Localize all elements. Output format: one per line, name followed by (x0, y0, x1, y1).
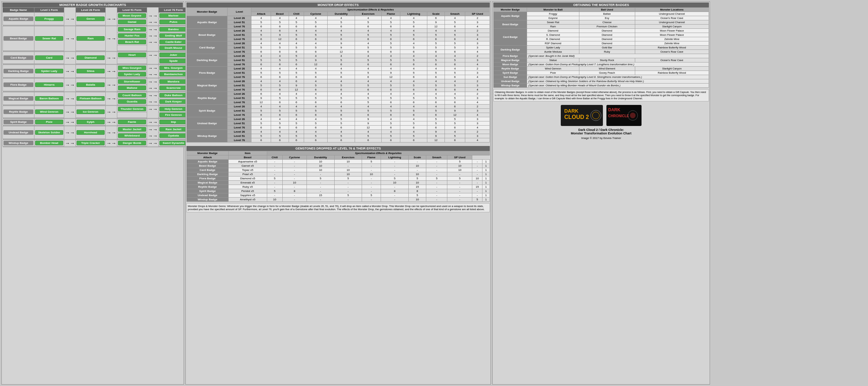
arrow-1: →→ (64, 126, 76, 139)
drop-value-cell: 4 (465, 25, 490, 29)
gem-value-cell: 10 (362, 172, 381, 177)
drop-value-cell: 6 (271, 100, 289, 105)
flowchart-table: Badge Name Level 1 Form Level 26 Form Le… (2, 7, 189, 147)
arrow-3: →→ (147, 85, 159, 91)
gem-value-cell: 5 (408, 177, 426, 181)
drop-value-cell: 6 (445, 126, 465, 130)
drop-value-cell: 4 (304, 29, 327, 33)
drop-value-cell: 3 (465, 41, 490, 46)
drop-value-cell: 5 (289, 96, 304, 100)
gem-value-cell: 5 (426, 177, 447, 181)
gem-badge-cell: Magical Badge (187, 181, 229, 185)
gem-value-cell: 5 (335, 193, 362, 198)
drop-value-cell: 3 (465, 84, 490, 88)
badge-name-cell: Windup Badge (3, 140, 34, 146)
arrow-2: →→ (106, 92, 117, 105)
badge-name-cell: Spirit Badge (3, 119, 34, 125)
gem-value-cell: 5 (335, 177, 362, 181)
arrow-2: →→ (106, 52, 117, 64)
gem-value-cell: - (335, 181, 362, 185)
gem-value-cell: - (267, 185, 282, 189)
drop-value-cell: 4 (465, 50, 490, 54)
drop-value-cell: 5 (427, 84, 445, 88)
level1-cell: Wind Gemron (34, 106, 64, 118)
drop-value-cell: 6 (400, 100, 427, 105)
drop-value-cell: 6 (445, 50, 465, 54)
drop-value-cell: 5 (328, 96, 355, 100)
drop-value-cell: 4 (251, 79, 271, 84)
drop-value-cell: 6 (328, 75, 355, 79)
gem-col-attack: Attack (187, 155, 229, 160)
drop-value-cell: 6 (355, 75, 382, 79)
drop-value-cell: 5 (271, 71, 289, 75)
drop-level-cell: Level 51 (228, 96, 251, 100)
ob-entry-cell: Diamond (579, 29, 635, 33)
drop-value-cell: 4 (355, 92, 382, 96)
drop-value-cell: 3 (465, 117, 490, 121)
drop-value-cell: 4 (251, 117, 271, 121)
drop-value-cell: 6 (382, 126, 400, 130)
arrow-2: →→ (106, 79, 117, 91)
ob-entry-row: Darkling BadgeSpider LadyGold BarRainbow… (494, 46, 709, 50)
drop-value-cell: 5 (271, 20, 289, 25)
gem-value-cell: 5 (408, 193, 426, 198)
drop-row: Undead BadgeLevel 2644445944553 (187, 117, 490, 121)
gem-row: Flora BadgeDiamond x55-55-5555101 (187, 177, 490, 181)
dark-chronicle-logo: DARK CHRONICLE (606, 105, 642, 126)
drop-value-cell: 9 (251, 96, 271, 100)
drop-row: Level 5159555555553 (187, 33, 490, 37)
drop-row: Aquatic BadgeLevel 2644444444642 (187, 16, 490, 20)
drop-value-cell: 6 (445, 138, 465, 142)
col-l76: Level 76 Form (159, 8, 189, 13)
gem-value-cell: - (307, 185, 334, 189)
level1-cell: Froggy (34, 13, 64, 25)
drop-value-cell: 5 (355, 109, 382, 113)
gem-value-cell: Topaz x5 (228, 168, 267, 172)
drop-value-cell: 6 (427, 62, 445, 67)
svg-text:DARK: DARK (564, 108, 578, 114)
level26-cell: Ice Gemron (76, 106, 106, 118)
obtaining-table: Monster Badge Monster to Bait Bait Used … (493, 7, 709, 88)
drop-value-cell: 9 (427, 20, 445, 25)
col-chill: Chill (289, 12, 304, 16)
gem-value-cell: Garnet x5 (228, 164, 267, 168)
drop-value-cell: 6 (304, 113, 327, 117)
drop-row: Card BadgeLevel 2644449454553 (187, 41, 490, 46)
ob-entry-cell: Gooey Peach (579, 71, 635, 75)
gem-value-cell: Aquamarine x5 (228, 160, 267, 164)
gem-value-cell: - (381, 172, 409, 177)
gem-badge-cell: Flora Badge (187, 177, 229, 181)
gem-value-cell: - (381, 193, 409, 198)
drop-value-cell: 6 (289, 79, 304, 84)
arrow-2: →→ (106, 26, 117, 51)
gem-value-cell: - (426, 185, 447, 189)
ob-entry-row: Beast BadgeSewer RatCheeseUnderground Ch… (494, 20, 709, 25)
gem-row: Windup BadgeAmethyst x510-----10--51 (187, 198, 490, 202)
drop-value-cell: 5 (251, 121, 271, 126)
ob-entry-cell: Diamond (579, 41, 635, 46)
drop-value-cell: 5 (328, 71, 355, 75)
drop-value-cell: 4 (400, 130, 427, 134)
ob-row: Undead Badge(Special case: Obtained by k… (494, 79, 709, 84)
level26-cell: Ram (76, 26, 106, 51)
ob-badge-cell: Spirit Badge (494, 71, 527, 75)
drop-value-cell: 4 (445, 79, 465, 84)
drop-value-cell: 6 (304, 50, 327, 54)
ob-row: Flora Badge(Special case: Bought in the … (494, 54, 709, 58)
drop-value-cell: 5 (445, 46, 465, 50)
ob-entry-cell: Moon Flower Palace (635, 33, 709, 37)
drop-value-cell: 6 (427, 100, 445, 105)
drop-value-cell: 4 (289, 16, 304, 20)
ob-entry-cell: Evy (579, 16, 635, 20)
drop-value-cell: 4 (382, 16, 400, 20)
drop-value-cell: 3 (465, 96, 490, 100)
drop-value-cell: 4 (355, 16, 382, 20)
gem-value-cell: 1 (482, 193, 490, 198)
col-exorcism: Exorcism (355, 12, 382, 16)
drop-value-cell: 6 (427, 126, 445, 130)
drop-value-cell: 4 (271, 16, 289, 20)
drop-level-cell: Level 26 (228, 16, 251, 20)
drop-badge-cell: Windup Badge (187, 130, 228, 142)
drop-value-cell: 5 (382, 134, 400, 138)
arrow-3: →→ (147, 140, 159, 146)
